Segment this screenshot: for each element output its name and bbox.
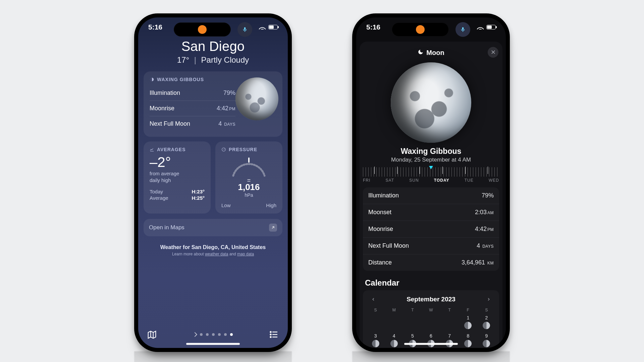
strava-icon xyxy=(198,25,207,34)
row-moonrise: Moonrise 4:42PM xyxy=(150,101,235,116)
svg-rect-2 xyxy=(248,158,250,163)
strava-icon xyxy=(416,25,425,34)
moon-detail-screen: 5:16 Moon xyxy=(356,17,506,348)
calendar-day[interactable] xyxy=(366,315,385,329)
svg-point-4 xyxy=(270,334,271,335)
wifi-icon xyxy=(477,25,484,29)
mic-indicator[interactable] xyxy=(237,22,252,37)
row-illumination: Illumination79% xyxy=(363,187,499,204)
calendar-month: September 2023 xyxy=(407,296,455,303)
map-button[interactable] xyxy=(147,329,157,340)
pressure-value: 1,016 xyxy=(221,182,276,192)
phase-dot-icon xyxy=(464,340,472,347)
pressure-unit: hPa xyxy=(221,192,276,198)
page-dots[interactable] xyxy=(193,333,233,336)
moon-card-title: WAXING GIBBOUS xyxy=(157,77,204,82)
averages-delta: –2° xyxy=(150,154,205,170)
location-arrow-icon xyxy=(193,332,197,337)
calendar-day[interactable]: 3 xyxy=(366,333,385,347)
calendar-card: September 2023 SMTWTFS 1 2 xyxy=(363,290,499,348)
activity-pill[interactable] xyxy=(392,22,449,37)
list-button[interactable] xyxy=(269,329,279,340)
calendar-day[interactable] xyxy=(385,315,403,329)
map-data-link[interactable]: map data xyxy=(237,252,254,256)
calendar-heading: Calendar xyxy=(365,278,497,288)
svg-point-5 xyxy=(270,337,271,338)
pressure-title: PRESSURE xyxy=(229,147,257,152)
open-in-maps-label: Open in Maps xyxy=(149,224,184,231)
clock: 5:16 xyxy=(366,23,380,31)
row-moonrise: Moonrise4:42PM xyxy=(363,221,499,237)
moon-stats: Illumination79% Moonset2:03AM Moonrise4:… xyxy=(363,187,499,271)
phone-weather: 5:16 San Diego 17° | Partly Cloudy xyxy=(134,13,292,352)
external-link-icon xyxy=(269,224,277,232)
calendar-day[interactable]: 6 xyxy=(422,333,440,347)
city-name: San Diego xyxy=(138,39,288,54)
phase-dot-icon xyxy=(372,340,379,347)
prev-month-button[interactable] xyxy=(369,295,378,304)
calendar-day[interactable]: 1 xyxy=(459,315,477,329)
close-button[interactable]: ✕ xyxy=(488,47,498,58)
footer-attribution: Learn more about weather data and map da… xyxy=(138,252,288,256)
sheet-title: Moon xyxy=(418,49,444,57)
calendar-day[interactable] xyxy=(440,315,459,329)
pressure-card[interactable]: PRESSURE = 1,016 hPa LowHigh xyxy=(215,141,282,214)
chart-icon xyxy=(150,147,154,152)
calendar-day[interactable]: 8 xyxy=(459,333,477,347)
row-moonset: Moonset2:03AM xyxy=(363,204,499,221)
moon-icon xyxy=(418,49,424,57)
current-temp: 17° xyxy=(177,55,189,64)
calendar-day[interactable] xyxy=(422,315,440,329)
phase-dot-icon xyxy=(464,322,472,329)
phase-dot-icon xyxy=(483,340,490,347)
activity-pill[interactable] xyxy=(174,22,231,37)
footer-location: Weather for San Diego, CA, United States xyxy=(138,244,288,250)
row-distance: Distance3,64,961 KM xyxy=(363,254,499,271)
home-indicator[interactable] xyxy=(186,343,240,345)
scrubber-marker[interactable] xyxy=(429,166,433,169)
home-indicator[interactable] xyxy=(404,343,458,345)
row-next-full-moon: Next Full Moon 4 DAYS xyxy=(150,116,235,131)
row-illumination: Illumination 79% xyxy=(150,85,235,101)
dynamic-island xyxy=(392,22,470,37)
moon-phase-icon xyxy=(150,77,154,82)
wifi-icon xyxy=(259,25,266,29)
phase-name: Waxing Gibbous xyxy=(360,147,502,156)
phase-date: Monday, 25 September at 4 AM xyxy=(360,157,502,163)
averages-card[interactable]: AVERAGES –2° from averagedaily high Toda… xyxy=(144,141,211,214)
moon-sheet: Moon ✕ Waxing Gibbous Monday, 25 Septemb… xyxy=(360,42,502,348)
weather-data-link[interactable]: weather data xyxy=(205,252,228,256)
calendar-day[interactable]: 5 xyxy=(403,333,422,347)
calendar-day[interactable]: 2 xyxy=(477,315,496,329)
phone-moon-detail: 5:16 Moon xyxy=(352,13,510,352)
moon-thumbnail xyxy=(235,77,278,120)
status-right xyxy=(477,25,496,29)
open-in-maps[interactable]: Open in Maps xyxy=(144,219,282,236)
svg-point-3 xyxy=(270,331,271,333)
moon-image xyxy=(391,62,471,143)
phase-dot-icon xyxy=(483,322,490,329)
battery-icon xyxy=(486,25,496,29)
scrubber-labels: FRISATSUNTODAYTUEWED xyxy=(363,178,499,183)
calendar-day[interactable]: 4 xyxy=(385,333,403,347)
calendar-day[interactable] xyxy=(403,315,422,329)
phase-dot-icon xyxy=(390,340,398,347)
calendar-dow: SMTWTFS xyxy=(366,308,496,312)
gauge-icon xyxy=(221,147,226,152)
dynamic-island xyxy=(174,22,252,37)
calendar-day[interactable]: 7 xyxy=(440,333,459,347)
mic-indicator[interactable] xyxy=(455,22,470,37)
calendar-week-1: 1 2 xyxy=(366,315,496,329)
averages-title: AVERAGES xyxy=(157,147,186,152)
calendar-day[interactable]: 9 xyxy=(477,333,496,347)
row-next-full-moon: Next Full Moon4 DAYS xyxy=(363,237,499,254)
phase-scrubber[interactable] xyxy=(363,167,499,177)
condition: Partly Cloudy xyxy=(201,55,249,64)
status-right xyxy=(259,25,278,29)
next-month-button[interactable] xyxy=(484,295,493,304)
moon-card[interactable]: WAXING GIBBOUS Illumination 79% Moonrise… xyxy=(144,71,282,137)
pressure-gauge xyxy=(229,156,269,178)
weather-screen: 5:16 San Diego 17° | Partly Cloudy xyxy=(138,17,288,348)
battery-icon xyxy=(268,25,278,29)
weather-header: San Diego 17° | Partly Cloudy xyxy=(138,39,288,65)
